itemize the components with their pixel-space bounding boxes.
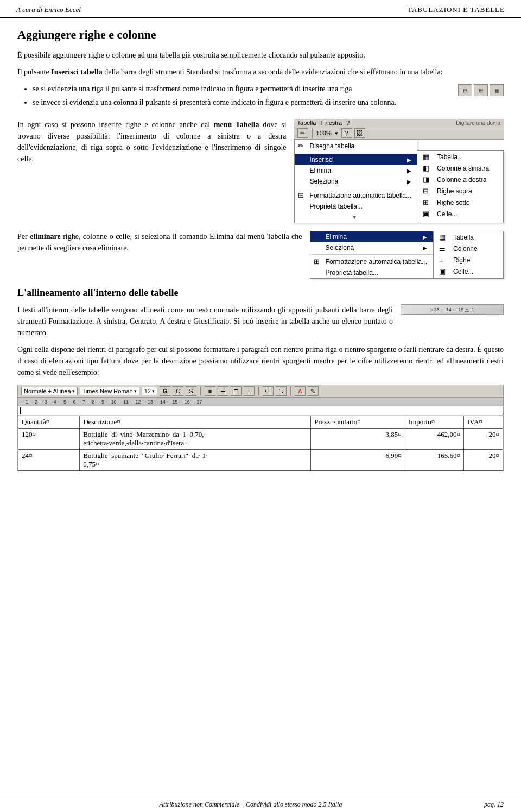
mi-disegna-icon: ✏ [298,142,310,150]
smi-tabella-icon: ▦ [423,153,437,161]
elim-smi-colonne[interactable]: ⚌ Colonne [434,243,503,254]
toolbar-icon-img[interactable]: 🖼 [354,128,365,138]
cursor-line [18,406,503,416]
align-right-btn[interactable]: ≣ [231,386,242,396]
document-table: Quantità¤ Descrizione¤ Prezzo·unitario¤ … [18,416,503,471]
bullet-section: se si evidenzia una riga il pulsante si … [17,83,504,114]
bold-button[interactable]: G [160,386,170,396]
page-footer: Attribuzione non Commerciale – Condividi… [0,797,521,812]
section1-title: Aggiungere righe e colonne [17,28,504,42]
num-btn[interactable]: ≒ [276,386,287,396]
bullet-item-1: se si evidenzia una riga il pulsante si … [33,83,454,95]
footer-right: pag. 12 [484,801,504,809]
bullet-btn[interactable]: ≔ [263,386,274,396]
toolbar-sep4 [258,386,259,396]
size-dropdown-value: 12 [144,388,151,394]
smi-celle[interactable]: ▣ Celle... [417,208,503,219]
td-q2: 24¤ [18,450,80,471]
toolbar-icon-q[interactable]: ? [341,128,352,138]
italic-button[interactable]: C [173,386,183,396]
style-dropdown[interactable]: Normale + Allinea ▾ [21,387,78,395]
mi-disegna-label: Disegna tabella [310,142,355,150]
elim-mi-proprieta[interactable]: Proprietà tabella... [310,267,433,278]
elim-smi-colonne-label: Colonne [453,245,478,253]
font-dropdown-value: Times New Roman [82,388,133,394]
cursor-indicator [20,407,23,414]
elim-mi-formattazione[interactable]: ⊞ Formattazione automatica tabella... [310,256,433,267]
elim-smi-colonne-icon: ⚌ [439,244,453,253]
smi-col-des[interactable]: ◨ Colonne a destra [417,174,503,185]
mi-elimina[interactable]: Elimina ▶ [295,165,417,176]
elim-smi-righe-icon: ≡ [439,256,453,264]
elim-smi-celle-icon: ▣ [439,267,453,275]
elim-mi-proprieta-label: Proprietà tabella... [326,269,378,276]
elim-mi-seleziona-label: Seleziona [326,244,354,251]
header-title: Tabulazioni e Tabelle [408,5,505,14]
td-d2: Bottiglie· spumante· "Giulio· Ferrari"· … [80,450,311,471]
smi-rig-sot[interactable]: ⊞ Righe sotto [417,197,503,208]
page-header: A cura di Enrico Eccel Tabulazioni e Tab… [0,0,521,18]
elim-mi-seleziona[interactable]: Seleziona ▶ [310,242,433,253]
elim-smi-tabella-label: Tabella [453,234,474,241]
bullet-text: se si evidenzia una riga il pulsante si … [17,83,454,114]
mi-sep1 [295,153,417,153]
ruler-image: ▷13 · · 14 · · 15 △ ·1 [401,304,504,315]
table-area: Normale + Allinea ▾ Times New Roman ▾ 12… [17,385,504,471]
insert-dropdown-menu: ✏ Disegna tabella Inserisci ▶ Elimina [294,140,504,223]
td-p1: 3,85¤ [311,429,405,450]
mi-inserisci-label: Inserisci [310,156,334,163]
highlight-btn[interactable]: ✎ [308,386,319,396]
th-importo: Importo¤ [405,416,463,429]
align-justify-btn[interactable]: ⋮ [244,386,255,396]
smi-tabella-label: Tabella... [437,153,463,161]
smi-rig-sop-label: Righe sopra [437,187,472,195]
mi-formattazione[interactable]: ⊞ Formattazione automatica tabella... [295,190,417,201]
toolbar-icon-pencil[interactable]: ✏ [297,128,308,138]
size-dropdown-arrow: ▾ [152,388,155,394]
smi-col-sin-icon: ◧ [423,164,437,172]
smi-col-des-icon: ◨ [423,175,437,184]
table-toolbar: Normale + Allinea ▾ Times New Roman ▾ 12… [18,385,503,398]
elim-smi-tabella[interactable]: ▦ Tabella [434,231,503,243]
table-row: 24¤ Bottiglie· spumante· "Giulio· Ferrar… [18,450,503,471]
toolbar-percent: 100% [316,130,332,136]
smi-celle-label: Celle... [437,210,457,218]
toolbar-sep5 [290,386,291,396]
mi-seleziona[interactable]: Seleziona ▶ [295,176,417,187]
smi-tabella[interactable]: ▦ Tabella... [417,151,503,162]
ruler-row: · · 1 · · 2 · · 3 · · 4 · · 5 · · 6 · · … [18,398,503,406]
font-dropdown-arrow: ▾ [134,388,137,394]
bullet-list: se si evidenzia una riga il pulsante si … [33,83,454,108]
elim-mi-elimina[interactable]: Elimina ▶ [310,231,433,242]
section3-para1-wrap: ▷13 · · 14 · · 15 △ ·1 I testi all'inter… [17,304,504,338]
elimina-dropdown-menu: Elimina ▶ Seleziona ▶ ⊞ Formattazione au… [310,231,504,279]
topbar-search: Digitare una doma [456,120,500,126]
td-p2: 6,90¤ [311,450,405,471]
color-btn[interactable]: A [295,386,306,396]
mi-formattazione-icon: ⊞ [298,191,310,199]
mi-formattazione-label: Formattazione automatica tabella... [310,192,411,199]
section1-para3: In ogni caso si possono inserire righe e… [17,119,287,165]
mi-elimina-label: Elimina [310,167,331,174]
th-iva: IVA¤ [463,416,503,429]
td-iva2: 20¤ [463,450,503,471]
underline-button[interactable]: S [186,386,196,396]
section3-title: L'allineamento all'interno delle tabelle [17,287,504,299]
topbar-menu3: ? [346,119,350,126]
font-dropdown[interactable]: Times New Roman ▾ [80,387,139,395]
mi-proprieta[interactable]: Proprietà tabella... [295,201,417,212]
size-dropdown[interactable]: 12 ▾ [142,387,157,395]
smi-col-sin[interactable]: ◧ Colonne a sinistra [417,162,503,174]
sub-menu-panel: ▦ Tabella... ◧ Colonne a sinistra ◨ Colo… [417,150,504,223]
elimina-text: Per eliminare righe, colonne o celle, si… [17,231,302,259]
elim-smi-celle[interactable]: ▣ Celle... [434,266,503,277]
section1-para2: Il pulsante Inserisci tabella della barr… [17,66,504,78]
bullet-item-2: se invece si evidenzia una colonna il pu… [33,97,454,108]
mi-disegna[interactable]: ✏ Disegna tabella [295,140,417,152]
mi-inserisci[interactable]: Inserisci ▶ [295,154,417,165]
align-center-btn[interactable]: ☰ [218,386,228,396]
smi-rig-sop[interactable]: ⊟ Righe sopra [417,185,503,197]
td-q1: 120¤ [18,429,80,450]
elim-smi-righe[interactable]: ≡ Righe [434,254,503,266]
align-left-btn[interactable]: ≡ [205,386,215,396]
